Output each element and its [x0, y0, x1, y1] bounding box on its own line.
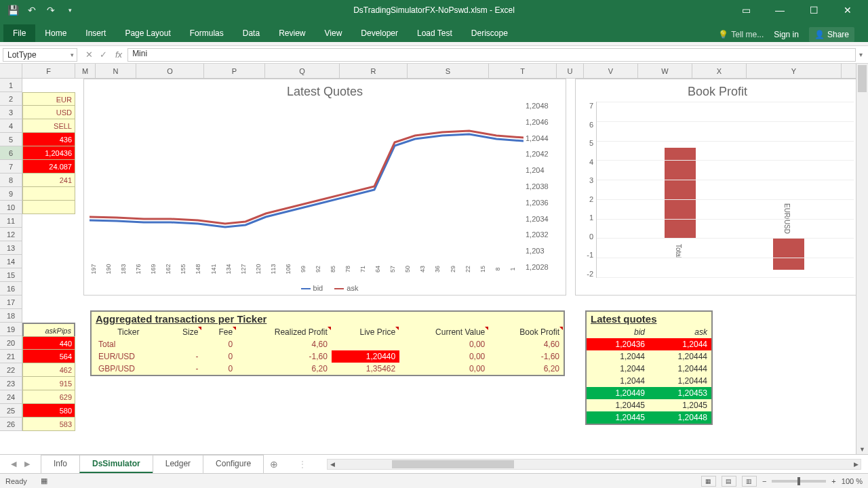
cell[interactable]: 462: [22, 363, 75, 377]
row-header-8[interactable]: 8: [0, 174, 22, 187]
row-header-17[interactable]: 17: [0, 296, 22, 309]
col-header-P[interactable]: P: [204, 64, 265, 78]
tab-view[interactable]: View: [315, 24, 352, 42]
chart-latest-quotes[interactable]: Latest Quotes 1,20481,20461,20441,20421,…: [83, 79, 566, 296]
expand-formula-icon[interactable]: ▾: [856, 51, 865, 58]
row-header-18[interactable]: 18: [0, 309, 22, 323]
col-header-T[interactable]: T: [489, 64, 557, 78]
col-header-U[interactable]: U: [557, 64, 584, 78]
col-header-N[interactable]: N: [96, 64, 136, 78]
scroll-thumb[interactable]: [858, 65, 867, 92]
row-header-22[interactable]: 22: [0, 363, 22, 377]
hscroll-thumb[interactable]: [392, 460, 514, 468]
tab-page-layout[interactable]: Page Layout: [115, 24, 180, 42]
row-header-5[interactable]: 5: [0, 133, 22, 146]
row-header-13[interactable]: 13: [0, 241, 22, 255]
sheet-tab-ledger[interactable]: Ledger: [153, 455, 203, 473]
row-header-23[interactable]: 23: [0, 377, 22, 390]
row-header-16[interactable]: 16: [0, 282, 22, 296]
zoom-slider[interactable]: [772, 480, 826, 483]
macro-record-icon[interactable]: ▦: [41, 476, 47, 485]
maximize-icon[interactable]: ☐: [804, 5, 824, 16]
tab-formulas[interactable]: Formulas: [180, 24, 233, 42]
row-header-15[interactable]: 15: [0, 268, 22, 282]
row-header-2[interactable]: 2: [0, 92, 22, 106]
row-header-4[interactable]: 4: [0, 119, 22, 133]
row-header-21[interactable]: 21: [0, 350, 22, 363]
name-box[interactable]: LotType: [3, 48, 77, 62]
col-header-W[interactable]: W: [638, 64, 692, 78]
scroll-right-icon[interactable]: ▶: [851, 460, 861, 469]
tab-file[interactable]: File: [3, 24, 35, 42]
sign-in-link[interactable]: Sign in: [774, 30, 799, 39]
cell[interactable]: 241: [22, 174, 75, 187]
fx-icon[interactable]: fx: [115, 49, 127, 60]
cell[interactable]: 1,20436: [22, 146, 75, 160]
horizontal-scrollbar[interactable]: ◀ ▶: [327, 459, 861, 470]
cell[interactable]: 440: [22, 336, 75, 350]
tab-insert[interactable]: Insert: [76, 24, 115, 42]
row-header-3[interactable]: 3: [0, 106, 22, 119]
close-icon[interactable]: ✕: [837, 5, 858, 16]
view-normal-icon[interactable]: ▦: [701, 476, 716, 487]
col-header-Q[interactable]: Q: [265, 64, 340, 78]
cell[interactable]: 436: [22, 133, 75, 146]
tab-deriscope[interactable]: Deriscope: [462, 24, 517, 42]
minimize-icon[interactable]: —: [770, 5, 790, 16]
tab-load-test[interactable]: Load Test: [408, 24, 462, 42]
add-sheet-button[interactable]: ⊕: [263, 459, 285, 470]
row-header-26[interactable]: 26: [0, 418, 22, 431]
cell[interactable]: EUR: [22, 92, 75, 106]
col-header-F[interactable]: F: [22, 64, 75, 78]
chart-book-profit[interactable]: Book Profit 76543210-1-2 Total EUR/USD: [575, 79, 860, 296]
col-header-M[interactable]: M: [75, 64, 96, 78]
row-header-1[interactable]: 1: [0, 79, 22, 92]
zoom-in-icon[interactable]: +: [831, 477, 835, 485]
cell[interactable]: 580: [22, 404, 75, 418]
col-header-O[interactable]: O: [136, 64, 204, 78]
row-header-19[interactable]: 19: [0, 323, 22, 336]
row-header-11[interactable]: 11: [0, 214, 22, 228]
view-pagebreak-icon[interactable]: ▥: [742, 476, 757, 487]
zoom-out-icon[interactable]: −: [762, 477, 766, 485]
cell[interactable]: USD: [22, 106, 75, 119]
tab-review[interactable]: Review: [269, 24, 315, 42]
tab-developer[interactable]: Developer: [351, 24, 408, 42]
col-header-R[interactable]: R: [340, 64, 408, 78]
cell[interactable]: 564: [22, 350, 75, 363]
view-layout-icon[interactable]: ▤: [722, 476, 736, 487]
cell[interactable]: 915: [22, 377, 75, 390]
qat-dropdown-icon[interactable]: ▾: [64, 4, 76, 16]
sheet-tab-configure[interactable]: Configure: [203, 455, 264, 473]
cell[interactable]: 24.087: [22, 160, 75, 174]
redo-icon[interactable]: ↷: [45, 4, 57, 16]
col-header-X[interactable]: X: [692, 64, 747, 78]
ribbon-options-icon[interactable]: ▭: [736, 5, 756, 16]
row-header-14[interactable]: 14: [0, 255, 22, 268]
vertical-scrollbar[interactable]: ▲ ▼: [856, 64, 868, 454]
cancel-icon[interactable]: ✕: [85, 49, 93, 60]
sheet-tab-dssimulator[interactable]: DsSimulator: [79, 455, 153, 473]
select-all-corner[interactable]: [0, 64, 22, 78]
zoom-level[interactable]: 100 %: [842, 477, 863, 485]
scroll-down-icon[interactable]: ▼: [856, 446, 868, 453]
worksheet-grid[interactable]: F M N O P Q R S T U V W X Y 123456789101…: [0, 64, 868, 454]
row-header-7[interactable]: 7: [0, 160, 22, 174]
tab-data[interactable]: Data: [233, 24, 269, 42]
row-header-12[interactable]: 12: [0, 228, 22, 241]
scroll-left-icon[interactable]: ◀: [328, 460, 337, 469]
sheet-nav[interactable]: ◀▶: [0, 460, 41, 468]
row-header-10[interactable]: 10: [0, 201, 22, 214]
cells-area[interactable]: EURUSDSELL4361,2043624.087241 askPips 44…: [22, 79, 856, 454]
tab-home[interactable]: Home: [35, 24, 76, 42]
row-header-24[interactable]: 24: [0, 390, 22, 404]
share-button[interactable]: 👤Share: [809, 27, 854, 42]
sheet-tab-info[interactable]: Info: [41, 455, 80, 473]
formula-input[interactable]: Mini: [127, 48, 856, 62]
row-header-6[interactable]: 6: [0, 146, 22, 160]
save-icon[interactable]: 💾: [7, 4, 19, 16]
row-header-20[interactable]: 20: [0, 336, 22, 350]
row-header-9[interactable]: 9: [0, 187, 22, 201]
cell[interactable]: SELL: [22, 119, 75, 133]
col-header-S[interactable]: S: [408, 64, 489, 78]
